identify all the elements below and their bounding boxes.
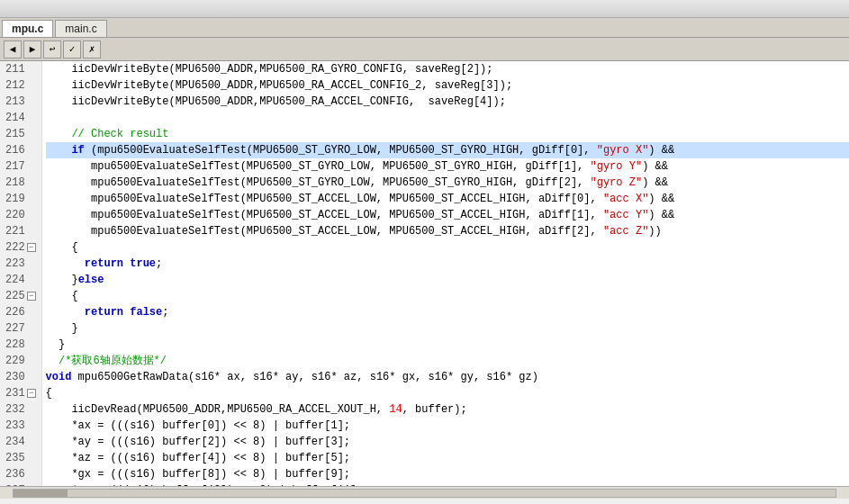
code-line: /*获取6轴原始数据*/ bbox=[46, 353, 849, 369]
code-token: { bbox=[46, 387, 52, 400]
code-line bbox=[46, 110, 849, 126]
code-line: iicDevWriteByte(MPU6500_ADDR,MPU6500_RA_… bbox=[46, 94, 849, 110]
fold-icon[interactable]: − bbox=[27, 389, 36, 398]
code-line: { bbox=[46, 288, 849, 304]
tab-main[interactable]: main.c bbox=[55, 20, 106, 37]
line-number-row: 236 bbox=[5, 466, 36, 482]
code-line: iicDevWriteByte(MPU6500_ADDR,MPU6500_RA_… bbox=[46, 77, 849, 94]
title-bar bbox=[0, 0, 849, 18]
code-token: mpu6500EvaluateSelfTest(MPU6500_ST_ACCEL… bbox=[46, 193, 603, 205]
code-token: { bbox=[46, 241, 78, 254]
code-token bbox=[46, 144, 72, 157]
line-number: 227 bbox=[5, 320, 25, 337]
code-line: *ax = (((s16) buffer[0]) << 8) | buffer[… bbox=[46, 418, 849, 434]
line-number-row: 216 bbox=[5, 142, 36, 158]
toolbar-btn-5[interactable]: ✗ bbox=[83, 40, 101, 58]
code-token: *az = (((s16) buffer[4]) << 8) | buffer[… bbox=[46, 452, 350, 464]
toolbar-btn-3[interactable]: ↩ bbox=[43, 40, 61, 58]
code-line: return true; bbox=[46, 256, 849, 272]
code-token: return bbox=[85, 306, 123, 319]
scrollbar-track[interactable] bbox=[13, 489, 836, 498]
line-numbers: 211212213214215216217218219220221222−223… bbox=[0, 61, 42, 486]
line-number-row: 228 bbox=[5, 337, 36, 353]
code-line: *ay = (((s16) buffer[2]) << 8) | buffer[… bbox=[46, 434, 849, 450]
code-token: *ax = (((s16) buffer[0]) << 8) | buffer[… bbox=[46, 419, 350, 432]
code-line: *gx = (((s16) buffer[8]) << 8) | buffer[… bbox=[46, 466, 849, 482]
code-token: (mpu6500EvaluateSelfTest(MPU6500_ST_GYRO… bbox=[85, 144, 597, 157]
line-number: 219 bbox=[5, 191, 25, 207]
code-token: "gyro Y" bbox=[591, 160, 643, 173]
code-token: "acc Z" bbox=[603, 225, 648, 238]
code-token: return bbox=[85, 257, 123, 270]
scrollbar-area[interactable] bbox=[0, 486, 849, 499]
line-number-row: 233 bbox=[5, 418, 36, 434]
code-token bbox=[46, 306, 85, 319]
line-number-row: 215 bbox=[5, 126, 36, 142]
code-token: iicDevWriteByte(MPU6500_ADDR,MPU6500_RA_… bbox=[46, 63, 493, 76]
code-area: 211212213214215216217218219220221222−223… bbox=[0, 61, 849, 486]
code-token: if bbox=[71, 144, 84, 157]
line-number-row: 221 bbox=[5, 223, 36, 239]
code-line: mpu6500EvaluateSelfTest(MPU6500_ST_GYRO_… bbox=[46, 175, 849, 191]
line-number-row: 234 bbox=[5, 434, 36, 450]
line-number: 217 bbox=[5, 158, 25, 175]
code-token: ) && bbox=[648, 144, 674, 157]
line-number: 236 bbox=[5, 466, 25, 482]
code-line: }else bbox=[46, 272, 849, 288]
code-line: } bbox=[46, 320, 849, 337]
editor-container: 211212213214215216217218219220221222−223… bbox=[0, 61, 849, 499]
line-number: 212 bbox=[5, 77, 25, 94]
code-line: { bbox=[46, 239, 849, 256]
code-token: , buffer); bbox=[402, 403, 467, 416]
fold-icon[interactable]: − bbox=[27, 292, 36, 301]
code-token: *gx = (((s16) buffer[8]) << 8) | buffer[… bbox=[46, 468, 350, 481]
line-number-row: 232 bbox=[5, 401, 36, 418]
code-token: } bbox=[46, 322, 78, 335]
code-content[interactable]: iicDevWriteByte(MPU6500_ADDR,MPU6500_RA_… bbox=[42, 61, 849, 486]
code-token: iicDevWriteByte(MPU6500_ADDR,MPU6500_RA_… bbox=[46, 95, 506, 108]
line-number: 232 bbox=[5, 401, 25, 418]
line-number: 216 bbox=[5, 142, 25, 158]
code-line: void mpu6500GetRawData(s16* ax, s16* ay,… bbox=[46, 369, 849, 385]
code-token: 14 bbox=[389, 403, 402, 416]
line-number: 235 bbox=[5, 450, 25, 466]
code-token: } bbox=[46, 274, 78, 286]
code-token: void bbox=[46, 371, 72, 383]
code-line: return false; bbox=[46, 304, 849, 320]
line-number-row: 219 bbox=[5, 191, 36, 207]
line-number-row: 229 bbox=[5, 353, 36, 369]
line-number: 215 bbox=[5, 126, 25, 142]
code-line: *az = (((s16) buffer[4]) << 8) | buffer[… bbox=[46, 450, 849, 466]
code-token: { bbox=[46, 290, 78, 302]
line-number-row: 225− bbox=[5, 288, 36, 304]
code-token: iicDevWriteByte(MPU6500_ADDR,MPU6500_RA_… bbox=[46, 79, 512, 92]
tab-mpu[interactable]: mpu.c bbox=[2, 20, 53, 37]
code-line: mpu6500EvaluateSelfTest(MPU6500_ST_ACCEL… bbox=[46, 223, 849, 239]
fold-icon[interactable]: − bbox=[27, 243, 36, 252]
code-token: iicDevRead(MPU6500_ADDR,MPU6500_RA_ACCEL… bbox=[46, 403, 390, 416]
line-number-row: 214 bbox=[5, 110, 36, 126]
code-line: iicDevWriteByte(MPU6500_ADDR,MPU6500_RA_… bbox=[46, 61, 849, 77]
code-line: } bbox=[46, 337, 849, 353]
line-number: 224 bbox=[5, 272, 25, 288]
toolbar: ◀ ▶ ↩ ✓ ✗ bbox=[0, 38, 849, 61]
line-number: 213 bbox=[5, 94, 25, 110]
code-token: ) && bbox=[642, 176, 668, 189]
line-number: 221 bbox=[5, 223, 25, 239]
line-number: 218 bbox=[5, 175, 25, 191]
code-token bbox=[46, 257, 85, 270]
toolbar-btn-1[interactable]: ◀ bbox=[4, 40, 22, 58]
scrollbar-thumb[interactable] bbox=[14, 490, 68, 497]
code-token: mpu6500EvaluateSelfTest(MPU6500_ST_ACCEL… bbox=[46, 225, 603, 238]
line-number-row: 231− bbox=[5, 385, 36, 401]
toolbar-btn-4[interactable]: ✓ bbox=[63, 40, 81, 58]
code-line: { bbox=[46, 385, 849, 401]
line-number-row: 217 bbox=[5, 158, 36, 175]
tab-bar: mpu.c main.c bbox=[0, 18, 849, 38]
line-number-row: 223 bbox=[5, 256, 36, 272]
code-token: else bbox=[78, 274, 104, 286]
code-token: // Check result bbox=[46, 128, 169, 140]
toolbar-btn-2[interactable]: ▶ bbox=[23, 40, 41, 58]
code-token: ) && bbox=[648, 193, 674, 205]
line-number: 220 bbox=[5, 207, 25, 223]
